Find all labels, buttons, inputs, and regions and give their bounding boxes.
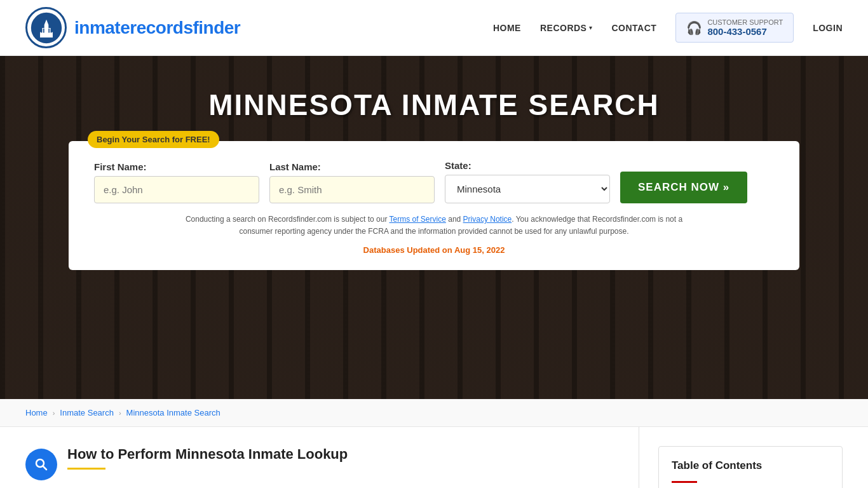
main-content: How to Perform Minnesota Inmate Lookup M… (0, 427, 868, 488)
toc-underline (672, 481, 697, 483)
search-form: First Name: Last Name: State: AlabamaAla… (94, 160, 774, 203)
state-group: State: AlabamaAlaskaArizonaArkansasCalif… (445, 160, 610, 203)
svg-rect-6 (43, 28, 44, 32)
logo-icon (25, 7, 67, 48)
state-label: State: (445, 160, 610, 171)
disclaimer-text: Conducting a search on Recordsfinder.com… (180, 214, 688, 238)
breadcrumb: Home › Inmate Search › Minnesota Inmate … (0, 399, 868, 427)
content-left: How to Perform Minnesota Inmate Lookup M… (25, 427, 639, 488)
terms-link[interactable]: Terms of Service (390, 215, 446, 224)
first-name-input[interactable] (94, 176, 259, 203)
logo-text: inmaterecordsfinder (74, 18, 240, 38)
last-name-label: Last Name: (269, 161, 435, 172)
support-info: CUSTOMER SUPPORT 800-433-0567 (707, 18, 783, 37)
nav-contact[interactable]: CONTACT (611, 23, 656, 33)
breadcrumb-sep-2: › (119, 409, 121, 417)
article-header: How to Perform Minnesota Inmate Lookup (25, 446, 620, 480)
svg-rect-8 (50, 28, 51, 32)
breadcrumb-inmate-search[interactable]: Inmate Search (60, 408, 114, 417)
hero-title: MINNESOTA INMATE SEARCH (208, 88, 660, 122)
nav-home[interactable]: HOME (493, 23, 521, 33)
svg-rect-3 (44, 25, 48, 29)
breadcrumb-sep-1: › (53, 409, 55, 417)
site-header: inmaterecordsfinder HOME RECORDS ▾ CONTA… (0, 0, 868, 56)
last-name-input[interactable] (269, 176, 435, 203)
nav-login[interactable]: LOGIN (813, 23, 843, 33)
state-select[interactable]: AlabamaAlaskaArizonaArkansasCaliforniaCo… (445, 175, 610, 203)
svg-line-10 (43, 466, 47, 470)
first-name-group: First Name: (94, 161, 259, 203)
search-icon-circle (25, 449, 57, 480)
article-title: How to Perform Minnesota Inmate Lookup (67, 446, 348, 463)
breadcrumb-home[interactable]: Home (25, 408, 48, 417)
logo-area: inmaterecordsfinder (25, 7, 240, 48)
privacy-link[interactable]: Privacy Notice (463, 215, 512, 224)
free-badge: Begin Your Search for FREE! (88, 131, 219, 148)
hero-content: MINNESOTA INMATE SEARCH Begin Your Searc… (0, 56, 868, 270)
svg-rect-5 (41, 28, 42, 32)
nav-records-label[interactable]: RECORDS (540, 23, 587, 33)
chevron-down-icon: ▾ (589, 24, 592, 31)
hero-section: MINNESOTA INMATE SEARCH Begin Your Searc… (0, 56, 868, 399)
toc-heading: Table of Contents (672, 459, 829, 472)
search-card: Begin Your Search for FREE! First Name: … (69, 141, 799, 270)
search-icon (34, 457, 49, 472)
nav-records[interactable]: RECORDS ▾ (540, 23, 593, 33)
db-update: Databases Updated on Aug 15, 2022 (94, 245, 774, 255)
breadcrumb-current: Minnesota Inmate Search (126, 408, 220, 417)
support-box: 🎧 CUSTOMER SUPPORT 800-433-0567 (675, 13, 794, 43)
db-update-label: Databases Updated on (363, 245, 454, 255)
last-name-group: Last Name: (269, 161, 435, 203)
main-nav: HOME RECORDS ▾ CONTACT 🎧 CUSTOMER SUPPOR… (493, 13, 843, 43)
article-title-wrap: How to Perform Minnesota Inmate Lookup (67, 446, 348, 470)
support-label: CUSTOMER SUPPORT (707, 18, 783, 26)
content-right: Table of Contents ›How to Perform Minnes… (639, 427, 843, 488)
toc-box: Table of Contents ›How to Perform Minnes… (658, 446, 843, 488)
db-update-date: Aug 15, 2022 (454, 245, 505, 255)
svg-rect-7 (48, 28, 50, 32)
support-phone: 800-433-0567 (707, 26, 783, 37)
title-underline (67, 468, 105, 470)
headset-icon: 🎧 (686, 20, 702, 36)
search-button[interactable]: SEARCH NOW » (620, 172, 747, 203)
first-name-label: First Name: (94, 161, 259, 172)
